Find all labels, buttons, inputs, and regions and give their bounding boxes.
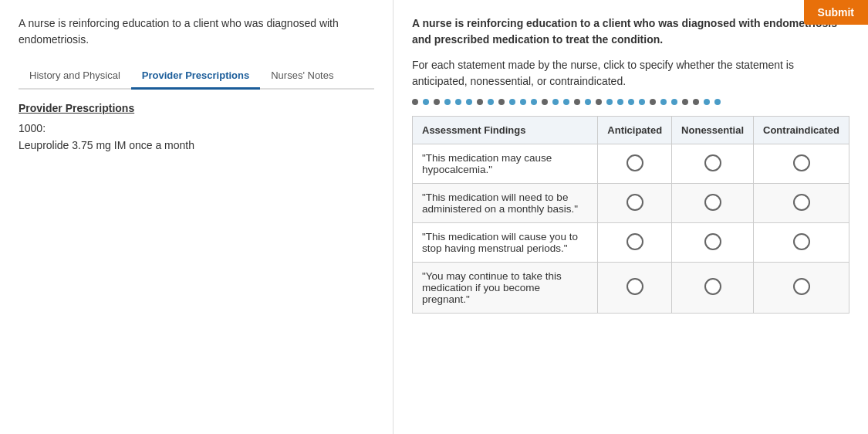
radio-anticipated[interactable] — [627, 278, 643, 295]
radio-anticipated[interactable] — [627, 233, 643, 250]
progress-dot[interactable] — [444, 99, 451, 105]
progress-dot[interactable] — [412, 99, 418, 105]
progress-dot[interactable] — [455, 99, 461, 105]
tab-provider-prescriptions[interactable]: Provider Prescriptions — [131, 63, 260, 90]
cell-contraindicated[interactable] — [754, 263, 849, 314]
col-header-findings: Assessment Findings — [413, 117, 598, 144]
cell-anticipated[interactable] — [598, 223, 672, 263]
cell-contraindicated[interactable] — [754, 223, 849, 263]
question-text-2: For each statement made by the nurse, cl… — [412, 57, 849, 90]
radio-contraindicated[interactable] — [793, 278, 810, 295]
prescription-item: Leuprolide 3.75 mg IM once a month — [19, 139, 374, 151]
cell-anticipated[interactable] — [598, 184, 672, 223]
progress-dot[interactable] — [714, 99, 721, 105]
progress-dot[interactable] — [639, 99, 645, 105]
cell-contraindicated[interactable] — [754, 144, 849, 184]
radio-contraindicated[interactable] — [793, 154, 810, 171]
progress-dot[interactable] — [693, 99, 699, 105]
progress-dot[interactable] — [520, 99, 526, 105]
assessment-table: Assessment Findings Anticipated Nonessen… — [412, 116, 849, 314]
progress-dot[interactable] — [617, 99, 623, 105]
progress-dot[interactable] — [574, 99, 580, 105]
progress-dot[interactable] — [704, 99, 710, 105]
finding-text: "This medication will cause you to stop … — [413, 223, 598, 263]
progress-dots — [412, 99, 849, 105]
cell-anticipated[interactable] — [598, 263, 672, 314]
tab-bar: History and Physical Provider Prescripti… — [19, 63, 374, 90]
radio-nonessential[interactable] — [704, 154, 721, 171]
radio-anticipated[interactable] — [627, 194, 643, 211]
radio-nonessential[interactable] — [704, 233, 721, 250]
progress-dot[interactable] — [563, 99, 569, 105]
finding-text: "This medication may cause hypocalcemia.… — [413, 144, 598, 184]
progress-dot[interactable] — [671, 99, 677, 105]
left-panel: A nurse is reinforcing education to a cl… — [0, 0, 393, 434]
progress-dot[interactable] — [606, 99, 613, 105]
cell-nonessential[interactable] — [672, 184, 754, 223]
question-text-1: A nurse is reinforcing education to a cl… — [412, 15, 849, 48]
cell-nonessential[interactable] — [672, 223, 754, 263]
progress-dot[interactable] — [650, 99, 656, 105]
progress-dot[interactable] — [596, 99, 602, 105]
left-intro-text: A nurse is reinforcing education to a cl… — [19, 15, 374, 48]
col-header-nonessential: Nonessential — [672, 117, 754, 144]
progress-dot[interactable] — [509, 99, 515, 105]
tab-nurses-notes[interactable]: Nurses' Notes — [260, 63, 344, 90]
table-row: "This medication may cause hypocalcemia.… — [413, 144, 849, 184]
cell-anticipated[interactable] — [598, 144, 672, 184]
cell-contraindicated[interactable] — [754, 184, 849, 223]
radio-anticipated[interactable] — [627, 154, 643, 171]
progress-dot[interactable] — [552, 99, 559, 105]
radio-nonessential[interactable] — [704, 194, 721, 211]
radio-nonessential[interactable] — [704, 278, 721, 295]
col-header-anticipated: Anticipated — [598, 117, 672, 144]
progress-dot[interactable] — [542, 99, 548, 105]
submit-button[interactable]: Submit — [804, 0, 868, 25]
progress-dot[interactable] — [682, 99, 688, 105]
right-panel: Submit A nurse is reinforcing education … — [393, 0, 868, 434]
radio-contraindicated[interactable] — [793, 233, 810, 250]
progress-dot[interactable] — [477, 99, 483, 105]
progress-dot[interactable] — [488, 99, 494, 105]
table-row: "You may continue to take this medicatio… — [413, 263, 849, 314]
main-container: A nurse is reinforcing education to a cl… — [0, 0, 868, 434]
radio-contraindicated[interactable] — [793, 194, 810, 211]
tab-history[interactable]: History and Physical — [19, 63, 131, 90]
finding-text: "You may continue to take this medicatio… — [413, 263, 598, 314]
progress-dot[interactable] — [585, 99, 591, 105]
finding-text: "This medication will need to be adminis… — [413, 184, 598, 223]
progress-dot[interactable] — [660, 99, 667, 105]
prescription-time: 1000: — [19, 122, 374, 134]
table-row: "This medication will cause you to stop … — [413, 223, 849, 263]
progress-dot[interactable] — [628, 99, 634, 105]
cell-nonessential[interactable] — [672, 144, 754, 184]
col-header-contraindicated: Contraindicated — [754, 117, 849, 144]
progress-dot[interactable] — [466, 99, 472, 105]
cell-nonessential[interactable] — [672, 263, 754, 314]
progress-dot[interactable] — [434, 99, 440, 105]
progress-dot[interactable] — [423, 99, 429, 105]
progress-dot[interactable] — [498, 99, 505, 105]
section-title: Provider Prescriptions — [19, 102, 374, 114]
progress-dot[interactable] — [531, 99, 537, 105]
table-row: "This medication will need to be adminis… — [413, 184, 849, 223]
